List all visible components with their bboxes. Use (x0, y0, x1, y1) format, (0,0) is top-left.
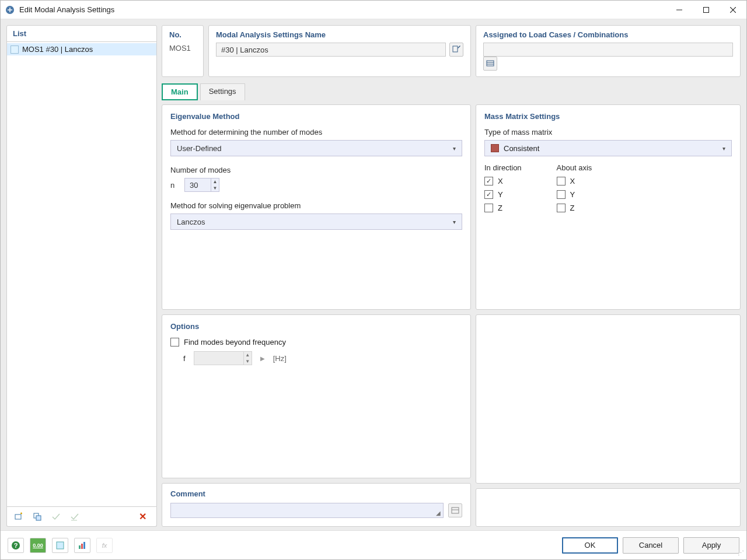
svg-rect-10 (487, 61, 494, 66)
sidebar: List MOS1 #30 | Lanczos (6, 25, 157, 527)
method-modes-label: Method for determining the number of mod… (170, 128, 462, 136)
fx-button: fx (96, 538, 113, 553)
n-spinner[interactable]: ▲▼ (211, 178, 219, 191)
check-button-2 (67, 509, 83, 524)
options-title: Options (170, 322, 462, 331)
empty-section-right (476, 314, 741, 484)
main-area: No. MOS1 Modal Analysis Settings Name #3… (162, 25, 741, 527)
name-label: Modal Analysis Settings Name (216, 30, 463, 39)
sidebar-toolbar: ✕ (6, 507, 157, 527)
duplicate-item-button[interactable] (29, 509, 46, 524)
name-card: Modal Analysis Settings Name #30 | Lancz… (208, 25, 471, 77)
dir-y-label: Y (498, 190, 503, 199)
find-beyond-label: Find modes beyond frequency (184, 338, 286, 346)
tab-strip: Main Settings (162, 82, 741, 100)
mass-type-swatch (491, 144, 499, 152)
new-item-button[interactable] (11, 509, 27, 524)
f-symbol: f (183, 354, 186, 363)
eigenvalue-title: Eigenvalue Method (170, 112, 462, 121)
mass-matrix-section: Mass Matrix Settings Type of mass matrix… (476, 104, 741, 310)
list-item-label: MOS1 #30 | Lanczos (22, 45, 93, 54)
maximize-button[interactable] (693, 1, 720, 19)
method-modes-dropdown[interactable]: User-Defined ▾ (170, 140, 462, 156)
dir-z-checkbox[interactable] (484, 204, 493, 212)
arrow-right-icon: ▶ (260, 355, 265, 362)
tab-main[interactable]: Main (162, 83, 198, 100)
dir-y-checkbox[interactable] (484, 190, 493, 199)
mass-type-value: Consistent (504, 144, 539, 153)
dialog-body: List MOS1 #30 | Lanczos (1, 19, 746, 530)
help-button[interactable]: ? (8, 538, 24, 553)
svg-rect-17 (57, 542, 64, 549)
assigned-browse-button[interactable] (483, 57, 497, 71)
aboutaxis-label: About axis (557, 163, 592, 172)
list-item[interactable]: MOS1 #30 | Lanczos (7, 43, 156, 55)
dialog-window: Edit Modal Analysis Settings List MOS1 #… (0, 0, 747, 560)
eigenvalue-section: Eigenvalue Method Method for determining… (162, 104, 471, 310)
ax-y-label: Y (570, 190, 575, 199)
number-label: No. (169, 30, 196, 39)
ax-x-checkbox[interactable] (557, 177, 566, 186)
number-card: No. MOS1 (162, 25, 204, 77)
ax-x-label: X (570, 177, 575, 186)
comment-title: Comment (170, 489, 462, 498)
cancel-button[interactable]: Cancel (623, 537, 679, 554)
method-modes-value: User-Defined (177, 144, 222, 153)
n-symbol: n (170, 181, 179, 190)
svg-rect-2 (704, 7, 709, 12)
resize-grip-icon: ◢ (436, 510, 441, 516)
mass-title: Mass Matrix Settings (484, 112, 732, 121)
assigned-input[interactable] (483, 43, 733, 57)
f-value-input: ▲▼ (194, 351, 252, 365)
sidebar-header: List (7, 26, 156, 42)
close-button[interactable] (720, 1, 746, 19)
svg-text:?: ? (14, 542, 18, 549)
method-solve-label: Method for solving eigenvalue problem (170, 201, 462, 210)
indirection-label: In direction (484, 163, 522, 172)
find-beyond-checkbox[interactable] (170, 338, 179, 346)
chart-button[interactable] (74, 538, 90, 553)
n-value-input[interactable]: 30 ▲▼ (184, 178, 219, 192)
mass-type-label: Type of mass matrix (484, 128, 732, 136)
ax-y-checkbox[interactable] (557, 190, 566, 199)
method-solve-dropdown[interactable]: Lanczos ▾ (170, 214, 462, 230)
edit-name-button[interactable] (449, 43, 463, 57)
check-button-1 (48, 509, 64, 524)
ax-z-checkbox[interactable] (557, 204, 566, 212)
chevron-down-icon: ▾ (722, 145, 725, 152)
n-value: 30 (185, 181, 211, 190)
dir-x-label: X (498, 177, 503, 186)
minimize-button[interactable] (666, 1, 693, 19)
apply-button[interactable]: Apply (683, 537, 739, 554)
list-item-swatch (11, 46, 19, 54)
units-button[interactable]: 0.00 (30, 538, 46, 553)
svg-rect-5 (15, 514, 21, 519)
chevron-down-icon: ▾ (453, 219, 456, 225)
svg-rect-9 (453, 46, 458, 52)
mass-type-dropdown[interactable]: Consistent ▾ (484, 140, 732, 156)
number-value: MOS1 (169, 43, 196, 54)
method-solve-value: Lanczos (177, 218, 205, 226)
number-modes-label: Number of modes (170, 166, 462, 174)
tab-settings[interactable]: Settings (200, 83, 245, 100)
header-row: No. MOS1 Modal Analysis Settings Name #3… (162, 25, 741, 77)
assigned-card: Assigned to Load Cases / Combinations (476, 25, 741, 77)
ok-button[interactable]: OK (562, 537, 618, 554)
app-icon (5, 5, 15, 15)
tab-page-main: Eigenvalue Method Method for determining… (162, 104, 741, 527)
assigned-label: Assigned to Load Cases / Combinations (483, 30, 733, 39)
titlebar: Edit Modal Analysis Settings (1, 1, 746, 19)
svg-rect-19 (81, 544, 83, 549)
comment-browse-button[interactable] (448, 503, 462, 517)
svg-rect-13 (452, 508, 459, 513)
settings-list[interactable]: MOS1 #30 | Lanczos (7, 42, 156, 506)
empty-section-right-bottom (476, 488, 741, 527)
view-button[interactable] (52, 538, 68, 553)
dir-x-checkbox[interactable] (484, 177, 493, 186)
comment-section: Comment ◢ (162, 483, 471, 527)
f-unit: [Hz] (273, 354, 287, 363)
comment-input[interactable]: ◢ (170, 503, 444, 518)
delete-item-button[interactable]: ✕ (134, 509, 151, 524)
svg-rect-20 (83, 542, 85, 549)
name-input[interactable]: #30 | Lanczos (216, 43, 446, 57)
